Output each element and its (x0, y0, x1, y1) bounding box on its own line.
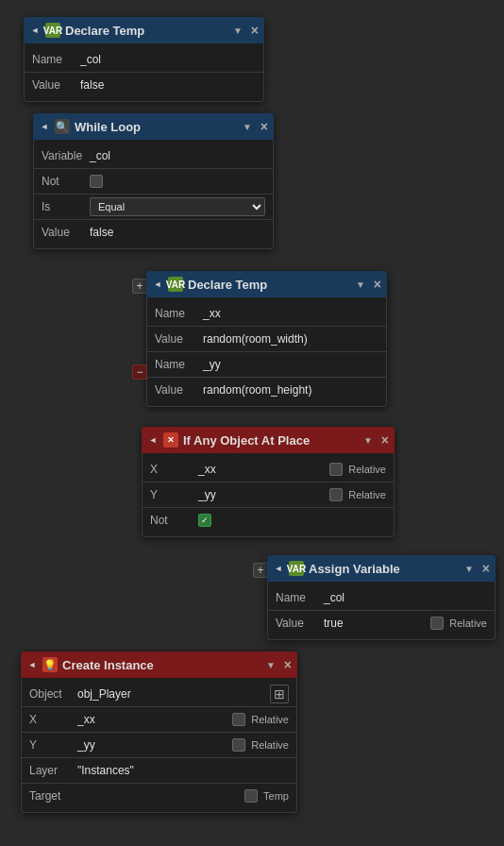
name-label-2: Name (155, 358, 197, 371)
y-relative-checkbox[interactable] (232, 738, 245, 752)
not-row: Not (34, 169, 273, 194)
not-checkbox[interactable] (90, 175, 103, 188)
collapse-btn[interactable]: ◄ (26, 659, 38, 670)
close-btn[interactable]: × (482, 561, 490, 576)
collapse-btn[interactable]: ◄ (39, 121, 50, 132)
while-loop-body: Variable _col Not Is Equal Not Equal Les… (33, 140, 274, 249)
object-value: obj_Player (77, 687, 264, 701)
assign-icon: VAR (289, 561, 304, 576)
collapse-btn[interactable]: ◄ (152, 279, 163, 290)
value-value: false (90, 226, 265, 239)
y-label: Y (150, 488, 193, 501)
declare-temp-1-title: Declare Temp (65, 24, 228, 38)
target-temp-checkbox[interactable] (244, 789, 258, 803)
var-icon: VAR (168, 277, 183, 292)
options-btn[interactable]: ▼ (243, 122, 252, 132)
value-row-1: Value random(room_width) (147, 327, 386, 351)
declare-temp-1-body: Name _col Value false (24, 43, 264, 102)
y-value: _yy (198, 488, 324, 501)
collapse-btn[interactable]: ◄ (273, 563, 284, 574)
value-row: Value false (34, 220, 273, 245)
is-row: Is Equal Not Equal Less Than Greater Tha… (34, 195, 273, 219)
object-label: Object (29, 687, 72, 701)
add-btn[interactable]: + (132, 279, 147, 294)
variable-row: Variable _col (34, 144, 273, 168)
while-loop-title: While Loop (75, 120, 238, 134)
value-label: Value (32, 78, 75, 92)
variable-value: _col (90, 149, 265, 162)
name-row: Name _col (268, 585, 495, 610)
while-loop-card: ◄ 🔍 While Loop ▼ × Variable _col Not Is … (33, 113, 274, 249)
if-icon: ✕ (163, 432, 178, 448)
x-relative-checkbox[interactable] (329, 463, 343, 476)
name-row: Name _col (25, 47, 263, 72)
close-btn[interactable]: × (260, 119, 268, 134)
target-label: Target (29, 789, 72, 803)
if-any-object-card: ◄ ✕ If Any Object At Place ▼ × X _xx Rel… (142, 427, 395, 537)
create-instance-card: ◄ 💡 Create Instance ▼ × Object obj_Playe… (21, 651, 297, 813)
name-value: _col (80, 53, 256, 66)
value-value: true (324, 617, 425, 630)
close-btn[interactable]: × (374, 277, 381, 292)
x-relative-checkbox[interactable] (232, 713, 245, 726)
declare-temp-2-body: Name _xx Value random(room_width) Name _… (146, 297, 387, 407)
value-row: Value false (25, 73, 263, 97)
declare-temp-1-header: ◄ VAR Declare Temp ▼ × (24, 17, 264, 43)
value-relative-label: Relative (449, 618, 487, 629)
close-btn[interactable]: × (251, 23, 259, 38)
y-value: _yy (77, 738, 227, 752)
while-loop-header: ◄ 🔍 While Loop ▼ × (33, 113, 274, 140)
assign-variable-header: ◄ VAR Assign Variable ▼ × (267, 555, 496, 582)
value-row-2: Value random(room_height) (147, 378, 386, 402)
not-row: Not (143, 508, 394, 533)
close-btn[interactable]: × (284, 657, 292, 672)
name-value-2: _yy (203, 358, 378, 371)
value-value-1: random(room_width) (203, 332, 378, 346)
object-picker-icon[interactable]: ⊞ (270, 685, 289, 703)
name-label: Name (155, 307, 197, 320)
options-btn[interactable]: ▼ (233, 25, 243, 36)
target-row: Target Temp (22, 784, 296, 808)
y-label: Y (29, 738, 72, 752)
layer-label: Layer (29, 764, 72, 777)
declare-temp-1-card: ◄ VAR Declare Temp ▼ × Name _col Value f… (24, 17, 264, 102)
x-relative-label: Relative (251, 714, 289, 725)
x-row: X _xx Relative (22, 707, 296, 732)
y-relative-label: Relative (251, 739, 289, 751)
var-icon: VAR (45, 23, 60, 38)
is-label: Is (42, 200, 84, 213)
assign-variable-body: Name _col Value true Relative (267, 582, 496, 640)
value-value: false (80, 78, 256, 92)
name-label: Name (276, 591, 318, 604)
close-btn[interactable]: × (381, 432, 389, 448)
x-label: X (29, 713, 72, 726)
x-label: X (150, 463, 193, 476)
value-label: Value (155, 332, 197, 346)
value-label: Value (42, 226, 84, 239)
add-assign-btn[interactable]: + (253, 563, 268, 578)
declare-temp-2-header: ◄ VAR Declare Temp ▼ × (146, 271, 387, 297)
x-value: _xx (198, 463, 324, 476)
y-relative-checkbox[interactable] (329, 488, 343, 501)
create-icon: 💡 (42, 657, 58, 672)
create-instance-title: Create Instance (62, 658, 261, 672)
name-value-1: _xx (203, 307, 378, 320)
collapse-btn[interactable]: ◄ (147, 434, 159, 446)
assign-variable-card: ◄ VAR Assign Variable ▼ × Name _col Valu… (267, 555, 496, 640)
options-btn[interactable]: ▼ (363, 435, 373, 446)
x-value: _xx (77, 713, 227, 726)
not-label: Not (150, 514, 193, 527)
not-checkbox[interactable] (198, 514, 211, 527)
collapse-btn[interactable]: ◄ (29, 25, 41, 36)
remove-btn[interactable]: − (132, 364, 147, 380)
options-btn[interactable]: ▼ (464, 564, 474, 574)
value-label: Value (276, 617, 318, 630)
y-relative-label: Relative (348, 489, 386, 500)
options-btn[interactable]: ▼ (266, 660, 276, 670)
name-label: Name (32, 53, 75, 66)
value-value-2: random(room_height) (203, 383, 378, 397)
is-select[interactable]: Equal Not Equal Less Than Greater Than (90, 197, 265, 216)
value-relative-checkbox[interactable] (430, 617, 444, 630)
not-label: Not (42, 175, 84, 188)
options-btn[interactable]: ▼ (356, 279, 365, 290)
